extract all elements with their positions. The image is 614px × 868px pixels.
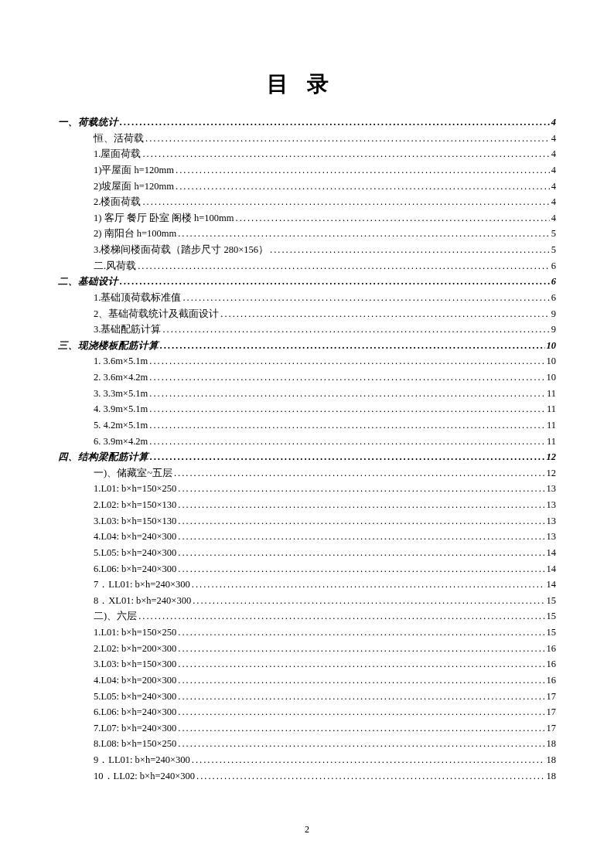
- toc-entry-page: 11: [547, 386, 556, 402]
- toc-entry-page: 16: [547, 672, 557, 689]
- toc-entry-page: 5: [551, 226, 556, 242]
- toc-entry-label: 4.L04: b×h=240×300: [94, 529, 176, 545]
- toc-entry-label: 二)、六层: [94, 608, 137, 625]
- toc-entry-page: 5: [551, 242, 556, 258]
- toc-leader-dots: [178, 497, 544, 513]
- toc-entry: 8．XL01: b×h=240×30015: [58, 593, 556, 609]
- toc-entry-label: 1) 客厅 餐厅 卧室 阁楼 h=100mm: [94, 210, 234, 226]
- toc-entry: 9．LL01: b×h=240×30018: [58, 752, 556, 768]
- toc-entry: 二、基础设计6: [58, 274, 556, 290]
- toc-entry-page: 11: [547, 434, 556, 450]
- toc-entry-label: 3. 3.3m×5.1m: [94, 386, 148, 402]
- toc-entry: 3.楼梯间楼面荷载（踏步尺寸 280×156）5: [58, 242, 556, 258]
- toc-entry-label: 9．LL01: b×h=240×300: [94, 752, 190, 768]
- toc-entry-label: 3.基础配筋计算: [94, 322, 161, 338]
- toc-entry-page: 16: [547, 641, 557, 657]
- toc-leader-dots: [149, 369, 544, 386]
- toc-leader-dots: [178, 672, 544, 689]
- toc-entry-label: 6.L06: b×h=240×300: [94, 704, 176, 720]
- toc-entry-label: 7．LL01: b×h=240×300: [94, 577, 190, 593]
- toc-entry: 1.屋面荷载4: [58, 146, 556, 162]
- toc-entry: 1) 客厅 餐厅 卧室 阁楼 h=100mm4: [58, 210, 556, 226]
- toc-entry-label: 二.风荷载: [94, 258, 136, 274]
- toc-entry-label: 2. 3.6m×4.2m: [94, 369, 148, 386]
- toc-leader-dots: [178, 641, 544, 657]
- toc-leader-dots: [178, 625, 544, 641]
- toc-leader-dots: [193, 593, 544, 609]
- toc-entry: 7．LL01: b×h=240×30014: [58, 577, 556, 593]
- toc-entry-label: 6. 3.9m×4.2m: [94, 434, 148, 450]
- toc-leader-dots: [220, 306, 550, 322]
- toc-entry-label: 4. 3.9m×5.1m: [94, 401, 148, 417]
- toc-entry-page: 10: [547, 353, 557, 369]
- toc-entry-page: 15: [547, 625, 557, 641]
- toc-entry-page: 6: [551, 274, 556, 290]
- toc-entry-label: 2) 南阳台 h=100mm: [94, 226, 176, 242]
- page-number: 2: [0, 824, 614, 836]
- toc-leader-dots: [192, 752, 545, 768]
- toc-entry-page: 18: [547, 736, 557, 752]
- toc-entry-page: 17: [547, 689, 557, 705]
- toc-entry-label: 一)、储藏室~五层: [94, 465, 172, 482]
- toc-entry-label: 1.L01: b×h=150×250: [94, 481, 176, 497]
- toc-leader-dots: [178, 720, 544, 737]
- toc-leader-dots: [178, 226, 550, 242]
- toc-entry: 3.L03: b×h=150×30016: [58, 656, 556, 672]
- toc-entry-page: 17: [547, 704, 557, 720]
- toc-leader-dots: [178, 736, 544, 752]
- toc-entry-page: 4: [551, 179, 556, 195]
- toc-entry: 3.L03: b×h=150×13013: [58, 513, 556, 529]
- toc-entry-page: 6: [551, 290, 556, 306]
- toc-leader-dots: [145, 131, 550, 147]
- toc-entry-page: 4: [551, 146, 556, 162]
- toc-entry-page: 17: [547, 720, 557, 737]
- toc-entry: 4.L04: b×h=240×30013: [58, 529, 556, 545]
- toc-leader-dots: [149, 401, 545, 417]
- toc-entry-label: 1.基础顶荷载标准值: [94, 290, 181, 306]
- toc-leader-dots: [138, 258, 550, 274]
- toc-entry-label: 5. 4.2m×5.1m: [94, 417, 148, 434]
- toc-entry: 二.风荷载6: [58, 258, 556, 274]
- toc-leader-dots: [178, 529, 544, 545]
- toc-entry: 三、现浇楼板配筋计算10: [58, 338, 556, 354]
- toc-entry-label: 1.屋面荷载: [94, 146, 141, 162]
- toc-leader-dots: [149, 386, 545, 402]
- toc-entry-label: 恒、活荷载: [94, 131, 144, 147]
- toc-entry-page: 14: [547, 561, 557, 577]
- toc-entry-label: 2、基础荷载统计及截面设计: [94, 306, 219, 322]
- toc-entry: 8.L08: b×h=150×25018: [58, 736, 556, 752]
- toc-entry: 一、荷载统计4: [58, 114, 556, 131]
- toc-entry-label: 1. 3.6m×5.1m: [94, 353, 148, 369]
- toc-entry-page: 12: [547, 465, 557, 482]
- toc-entry: 5.L05: b×h=240×30017: [58, 689, 556, 705]
- toc-entry-page: 13: [547, 529, 557, 545]
- toc-entry: 一)、储藏室~五层12: [58, 465, 556, 482]
- toc-leader-dots: [182, 290, 549, 306]
- toc-entry: 2) 南阳台 h=100mm5: [58, 226, 556, 242]
- toc-leader-dots: [174, 465, 545, 482]
- toc-entry-page: 13: [547, 513, 557, 529]
- toc-leader-dots: [176, 179, 550, 195]
- toc-entry: 4.L04: b×h=200×30016: [58, 672, 556, 689]
- toc-entry-page: 11: [547, 417, 556, 434]
- toc-leader-dots: [138, 608, 544, 625]
- toc-entry-label: 四、结构梁配筋计算: [58, 449, 148, 465]
- toc-leader-dots: [178, 513, 544, 529]
- toc-leader-dots: [150, 449, 545, 465]
- toc-entry: 3.基础配筋计算9: [58, 322, 556, 338]
- toc-entry: 2、基础荷载统计及截面设计9: [58, 306, 556, 322]
- toc-leader-dots: [178, 656, 544, 672]
- toc-entry: 5.L05: b×h=240×30014: [58, 545, 556, 561]
- toc-entry-page: 12: [547, 449, 557, 465]
- toc-leader-dots: [178, 481, 544, 497]
- document-page: 目录 一、荷载统计4恒、活荷载41.屋面荷载41)平屋面 h=120mm42)坡…: [0, 0, 614, 868]
- toc-leader-dots: [178, 545, 544, 561]
- toc-entry: 1.L01: b×h=150×25015: [58, 625, 556, 641]
- toc-entry-page: 15: [547, 593, 557, 609]
- toc-entry-label: 3.L03: b×h=150×130: [94, 513, 176, 529]
- toc-entry: 二)、六层15: [58, 608, 556, 625]
- toc-entry: 6.L06: b×h=240×30014: [58, 561, 556, 577]
- toc-entry: 2)坡屋面 h=120mm4: [58, 179, 556, 195]
- toc-entry-page: 4: [551, 210, 556, 226]
- toc-leader-dots: [236, 210, 550, 226]
